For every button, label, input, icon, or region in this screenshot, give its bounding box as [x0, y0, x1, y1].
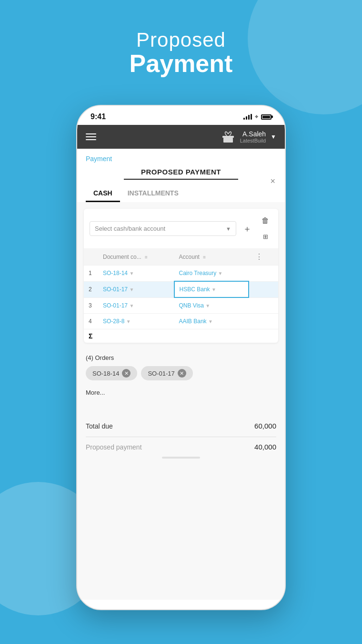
doc-code[interactable]: SO-01-17 ▼	[98, 297, 174, 314]
account-name[interactable]: AAIB Bank ▼	[174, 314, 249, 329]
nav-bar: A.Saleh LatestBuild ▼	[77, 125, 285, 149]
account-name[interactable]: QNB Visa ▼	[174, 297, 249, 314]
accounts-table: Document co... ≡ Account ≡ ⋮	[84, 248, 278, 343]
svg-rect-0	[222, 136, 234, 138]
hamburger-menu-button[interactable]	[86, 133, 96, 140]
row-number: 1	[84, 266, 98, 282]
title-line2: Payment	[0, 49, 362, 78]
proposed-payment-value: 40,000	[254, 443, 276, 451]
wifi-icon: ⌖	[255, 113, 258, 121]
row-chevron-icon: ▼	[208, 319, 213, 324]
select-account-dropdown[interactable]: Select cash/bank account ▼	[90, 221, 236, 236]
row-chevron-icon: ▼	[218, 271, 223, 276]
row-chevron-icon: ▼	[129, 287, 134, 292]
user-chevron-down-icon: ▼	[271, 133, 276, 140]
order-tag-label: SO-01-17	[148, 370, 174, 377]
row-chevron-icon: ▼	[129, 303, 134, 308]
status-bar: 9:41 ⌖	[77, 106, 285, 125]
remove-order-tag-button[interactable]: ✕	[122, 369, 131, 378]
title-section: Proposed Payment	[0, 29, 362, 78]
remove-order-tag-button[interactable]: ✕	[178, 369, 186, 378]
proposed-payment-label: Proposed payment	[86, 443, 142, 451]
table-row[interactable]: 4 SO-28-8 ▼ AAIB Bank ▼	[84, 314, 278, 329]
total-due-row: Total due 60,000	[86, 417, 276, 435]
table-section: Select cash/bank account ▼ ＋ 🗑 ⊞ Documen…	[84, 209, 278, 343]
total-divider	[86, 437, 276, 437]
order-tags: SO-18-14 ✕ SO-01-17 ✕	[86, 366, 276, 380]
col-document: Document co... ≡	[98, 248, 174, 266]
account-name[interactable]: Cairo Treasury ▼	[174, 266, 249, 282]
row-chevron-icon: ▼	[129, 271, 134, 276]
user-info: A.Saleh LatestBuild	[240, 130, 266, 143]
sigma-symbol: Σ	[84, 329, 98, 343]
row-chevron-icon: ▼	[211, 287, 216, 292]
toolbar-extra-buttons: 🗑 ⊞	[258, 214, 272, 244]
user-profile-button[interactable]: A.Saleh LatestBuild ▼	[221, 130, 276, 144]
tab-cash[interactable]: CASH	[86, 185, 120, 202]
page-title: PROPOSED PAYMENT	[86, 163, 276, 176]
account-name[interactable]: HSBC Bank ▼	[174, 281, 249, 297]
title-line1: Proposed	[0, 29, 362, 51]
column-menu-button[interactable]: ⋮	[253, 253, 265, 261]
table-row[interactable]: 1 SO-18-14 ▼ Cairo Treasury ▼	[84, 266, 278, 282]
page-content: Payment PROPOSED PAYMENT × CASH INSTALLM…	[77, 149, 285, 600]
tabs-row: CASH INSTALLMENTS	[77, 180, 285, 202]
more-link[interactable]: More...	[77, 385, 285, 400]
col-num	[84, 248, 98, 266]
phone-frame: 9:41 ⌖	[76, 105, 286, 610]
svg-rect-1	[223, 138, 233, 143]
col-account: Account ≡	[174, 248, 249, 266]
back-link[interactable]: Payment	[86, 155, 112, 163]
order-tag[interactable]: SO-18-14 ✕	[86, 366, 137, 380]
status-time: 9:41	[90, 112, 106, 121]
row-number: 3	[84, 297, 98, 314]
delete-button[interactable]: 🗑	[258, 214, 272, 228]
orders-label: (4) Orders	[86, 354, 276, 361]
doc-code[interactable]: SO-28-8 ▼	[98, 314, 174, 329]
battery-icon	[261, 114, 272, 120]
signal-icon	[243, 114, 252, 120]
filter-icon[interactable]: ≡	[203, 255, 206, 260]
duplicate-button[interactable]: ⊞	[258, 229, 272, 244]
col-menu: ⋮	[249, 248, 278, 266]
filter-icon[interactable]: ≡	[145, 255, 148, 260]
order-tag-label: SO-18-14	[92, 370, 119, 377]
doc-code[interactable]: SO-18-14 ▼	[98, 266, 174, 282]
order-tag[interactable]: SO-01-17 ✕	[141, 366, 192, 380]
total-section: Total due 60,000 Proposed payment 40,000	[77, 409, 285, 453]
tab-installments[interactable]: INSTALLMENTS	[120, 185, 186, 202]
row-number: 4	[84, 314, 98, 329]
user-subtitle: LatestBuild	[240, 138, 266, 143]
total-due-value: 60,000	[254, 422, 276, 430]
gift-icon	[221, 130, 235, 144]
add-row-button[interactable]: ＋	[240, 222, 254, 236]
orders-section: (4) Orders SO-18-14 ✕ SO-01-17 ✕	[77, 349, 285, 385]
page-header: Payment PROPOSED PAYMENT	[77, 149, 285, 180]
scroll-indicator	[162, 457, 200, 459]
row-number: 2	[84, 281, 98, 297]
total-due-label: Total due	[86, 422, 113, 430]
table-toolbar: Select cash/bank account ▼ ＋ 🗑 ⊞	[84, 209, 278, 248]
status-icons: ⌖	[243, 113, 272, 121]
proposed-payment-row: Proposed payment 40,000	[86, 439, 276, 453]
user-name: A.Saleh	[240, 130, 266, 138]
doc-code[interactable]: SO-01-17 ▼	[98, 281, 174, 297]
select-placeholder: Select cash/bank account	[95, 225, 165, 232]
select-chevron-down-icon: ▼	[226, 226, 231, 232]
row-chevron-icon: ▼	[205, 303, 210, 308]
table-row[interactable]: 3 SO-01-17 ▼ QNB Visa ▼	[84, 297, 278, 314]
sigma-row: Σ	[84, 329, 278, 343]
table-row[interactable]: 2 SO-01-17 ▼ HSBC Bank ▼	[84, 281, 278, 297]
row-chevron-icon: ▼	[126, 319, 131, 324]
close-button[interactable]: ×	[270, 176, 275, 186]
